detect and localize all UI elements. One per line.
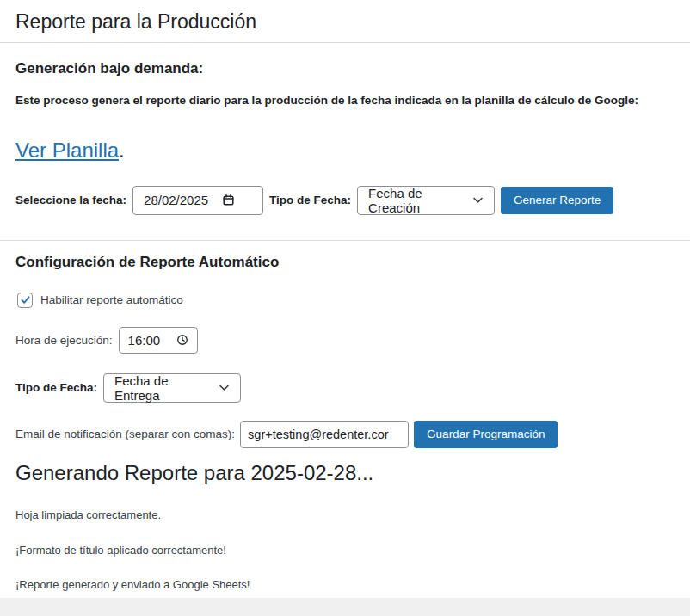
time-input[interactable]: 16:00 [119,327,198,354]
date-type-value: Fecha de Creación [368,186,462,215]
generar-reporte-button[interactable]: Generar Reporte [501,187,613,214]
page-title: Reporte para la Producción [0,0,690,42]
execution-time-label: Hora de ejecución: [15,334,113,347]
divider [0,240,690,241]
enable-auto-report-checkbox[interactable] [17,293,33,308]
date-label: Seleccione la fecha: [15,194,126,206]
auto-date-type-select[interactable]: Fecha de Entrega [103,373,241,403]
guardar-programacion-button[interactable]: Guardar Programación [414,421,558,448]
on-demand-heading: Generación bajo demanda: [15,60,675,77]
auto-date-type-value: Fecha de Entrega [114,373,208,403]
planilla-line: Ver Planilla. [15,139,675,163]
date-type-select[interactable]: Fecha de Creación [357,186,495,215]
enable-auto-report-label: Habilitar reporte automático [40,293,183,306]
status-message: ¡Reporte generado y enviado a Google She… [15,557,675,593]
chevron-down-icon [219,382,230,393]
clock-icon[interactable] [176,334,188,346]
chevron-down-icon [472,194,484,206]
calendar-icon[interactable] [222,194,235,206]
on-demand-description: Este proceso genera el reporte diario pa… [15,92,675,109]
date-input[interactable]: 28/02/2025 [132,186,263,215]
link-suffix: . [119,139,125,162]
status-message: Hoja limpiada correctamente. [15,486,675,523]
divider [0,42,690,43]
ver-planilla-link[interactable]: Ver Planilla [15,139,119,162]
date-type-label: Tipo de Fecha: [269,194,351,206]
auto-date-type-label: Tipo de Fecha: [15,381,97,394]
notification-email-input[interactable] [240,421,409,448]
auto-date-type-row: Tipo de Fecha: Fecha de Entrega [15,373,675,403]
status-message: ¡Formato de título aplicado correctament… [15,523,675,558]
enable-auto-report-row: Habilitar reporte automático [17,293,675,308]
notification-email-row: Email de notificación (separar con comas… [15,421,675,448]
check-icon [20,294,31,305]
auto-config-heading: Configuración de Reporte Automático [15,254,675,271]
notification-email-label: Email de notificación (separar con comas… [15,428,235,440]
on-demand-controls-row: Seleccione la fecha: 28/02/2025 Tipo de … [15,186,675,215]
execution-time-row: Hora de ejecución: 16:00 [15,327,675,354]
date-value: 28/02/2025 [144,193,208,207]
report-generation-heading: Generando Reporte para 2025-02-28... [15,461,675,486]
admin-page-content: Reporte para la Producción Generación ba… [0,0,690,598]
time-value: 16:00 [128,333,161,348]
